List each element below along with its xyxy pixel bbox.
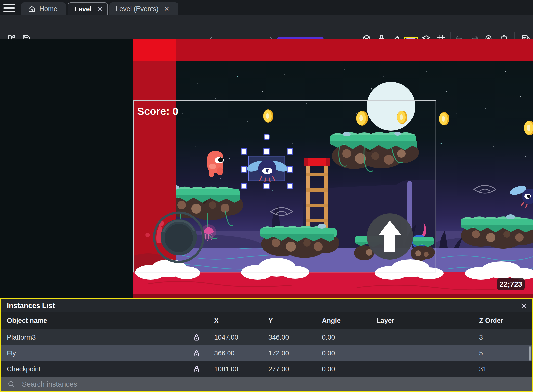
unlock-icon[interactable] — [183, 365, 210, 374]
platform-instance[interactable] — [411, 237, 435, 261]
search-icon — [7, 380, 15, 388]
column-x: X — [210, 317, 265, 325]
instance-x[interactable]: 1081.00 — [210, 365, 265, 373]
panel-title-bar: Instances List — [1, 299, 532, 312]
instance-name: Checkpoint — [1, 365, 183, 373]
hamburger-menu-icon[interactable] — [3, 3, 16, 13]
virtual-joystick[interactable] — [154, 213, 203, 262]
instances-list-panel: Instances List Object name X Y Angle Lay… — [0, 298, 533, 392]
search-instances-input[interactable] — [22, 380, 532, 388]
platform-instance[interactable] — [461, 214, 533, 249]
panel-scrollbar[interactable] — [529, 346, 531, 361]
column-angle: Angle — [318, 317, 373, 325]
tab-level-events[interactable]: Level (Events) ✕ — [109, 2, 178, 15]
instance-x[interactable]: 1047.00 — [210, 334, 265, 341]
instance-name: Platform3 — [1, 334, 183, 341]
column-y: Y — [265, 317, 318, 325]
instance-x[interactable]: 366.00 — [210, 350, 265, 357]
platform-instance[interactable] — [260, 224, 339, 258]
tab-home-label: Home — [39, 5, 57, 13]
tab-level-events-close-icon[interactable]: ✕ — [164, 5, 170, 13]
table-header: Object name X Y Angle Layer Z Order — [1, 312, 532, 329]
instance-angle[interactable]: 0.00 — [318, 350, 373, 357]
home-icon — [28, 5, 36, 13]
gdevelop-editor: Home Level ✕ Level (Events) ✕ Preview — [0, 0, 533, 392]
selected-fly-instance[interactable] — [245, 156, 289, 182]
table-row[interactable]: Platform3 1047.00 346.00 0.00 3 — [1, 329, 532, 345]
instance-angle[interactable]: 0.00 — [318, 365, 373, 373]
instance-angle[interactable]: 0.00 — [318, 334, 373, 341]
scene-viewport[interactable]: Score: 0 22;723 — [133, 39, 533, 298]
instance-name: Fly — [1, 350, 183, 357]
instance-y[interactable]: 346.00 — [265, 334, 318, 341]
rotation-handle[interactable] — [264, 134, 269, 139]
column-object-name: Object name — [1, 317, 183, 325]
cursor-coordinates-badge: 22;723 — [497, 278, 525, 290]
table-row-selected[interactable]: Fly 366.00 172.00 0.00 5 — [1, 345, 532, 361]
unlock-icon[interactable] — [183, 349, 210, 358]
scene-editor-canvas[interactable]: Score: 0 22;723 — [0, 39, 533, 298]
instance-z-order[interactable]: 3 — [475, 334, 532, 341]
instance-y[interactable]: 172.00 — [265, 350, 318, 357]
instance-y[interactable]: 277.00 — [265, 365, 318, 373]
tab-home[interactable]: Home — [21, 2, 66, 15]
instance-z-order[interactable]: 31 — [475, 365, 532, 373]
tab-level[interactable]: Level ✕ — [68, 2, 108, 15]
column-z-order: Z Order — [475, 317, 532, 325]
score-label: Score: 0 — [137, 105, 178, 117]
moon[interactable] — [367, 82, 415, 131]
instance-z-order[interactable]: 5 — [475, 350, 532, 357]
search-bar — [1, 377, 532, 391]
tab-level-label: Level — [75, 5, 92, 13]
red-band-top[interactable] — [133, 39, 533, 61]
tab-bar: Home Level ✕ Level (Events) ✕ — [0, 0, 533, 15]
table-row[interactable]: Checkpoint 1081.00 277.00 0.00 31 — [1, 361, 532, 377]
close-panel-button[interactable] — [520, 302, 528, 310]
toolbar: Preview Publish — [0, 15, 533, 39]
tab-level-events-label: Level (Events) — [116, 5, 159, 13]
jump-button[interactable] — [367, 213, 413, 260]
panel-title: Instances List — [7, 302, 55, 310]
tab-level-close-icon[interactable]: ✕ — [97, 5, 103, 13]
unlock-icon[interactable] — [183, 333, 210, 342]
scene-art — [133, 39, 533, 298]
column-layer: Layer — [373, 317, 475, 325]
